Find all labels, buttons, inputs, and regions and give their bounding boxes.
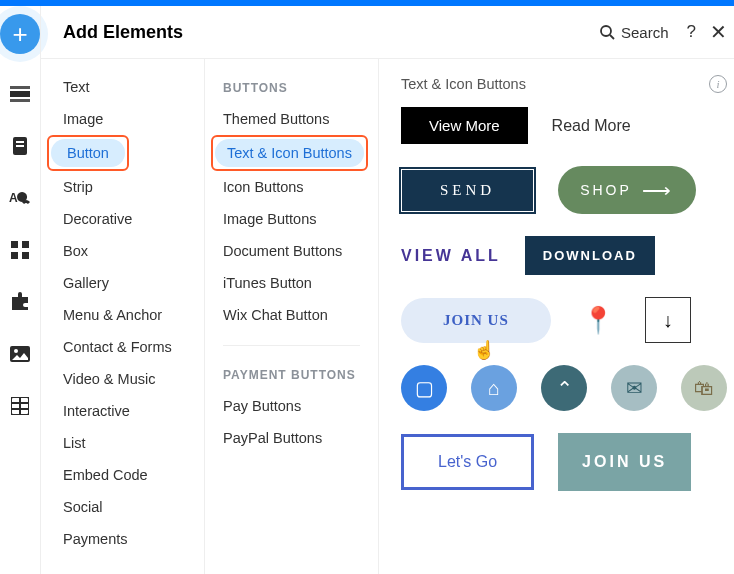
category-text[interactable]: Text bbox=[41, 71, 204, 103]
sample-up-circle[interactable]: ⌄ bbox=[541, 365, 587, 411]
category-button[interactable]: Button bbox=[51, 139, 125, 167]
sample-shop[interactable]: SHOP bbox=[558, 166, 696, 214]
shopping-bag-icon: 🛍 bbox=[694, 377, 714, 400]
category-list[interactable]: List bbox=[41, 427, 204, 459]
category-decorative[interactable]: Decorative bbox=[41, 203, 204, 235]
mail-icon: ✉ bbox=[626, 376, 643, 400]
sample-view-all[interactable]: VIEW ALL bbox=[401, 247, 501, 265]
add-element-button[interactable]: + bbox=[0, 14, 40, 54]
category-box[interactable]: Box bbox=[41, 235, 204, 267]
info-icon[interactable]: i bbox=[709, 75, 727, 93]
panel-title: Add Elements bbox=[63, 22, 599, 43]
sample-download-icon[interactable]: ↓ bbox=[645, 297, 691, 343]
search-button[interactable]: Search bbox=[599, 24, 669, 41]
map-pin-icon: 📍 bbox=[582, 305, 614, 336]
category-social[interactable]: Social bbox=[41, 491, 204, 523]
svg-rect-10 bbox=[22, 252, 29, 259]
sample-download[interactable]: DOWNLOAD bbox=[525, 236, 655, 275]
media-icon[interactable] bbox=[8, 342, 32, 366]
search-icon bbox=[599, 24, 615, 40]
download-icon: ↓ bbox=[663, 309, 673, 332]
apps-icon[interactable] bbox=[8, 238, 32, 262]
sample-bag-circle[interactable]: 🛍 bbox=[681, 365, 727, 411]
category-payments[interactable]: Payments bbox=[41, 523, 204, 555]
svg-rect-9 bbox=[11, 252, 18, 259]
help-button[interactable]: ? bbox=[687, 22, 696, 42]
svg-rect-2 bbox=[10, 99, 30, 102]
data-icon[interactable] bbox=[8, 394, 32, 418]
preview-pane: Text & Icon Buttons i View More Read Mor… bbox=[379, 59, 734, 574]
category-embed-code[interactable]: Embed Code bbox=[41, 459, 204, 491]
svg-rect-8 bbox=[22, 241, 29, 248]
chevron-up-icon: ⌄ bbox=[556, 376, 573, 400]
sample-pin-icon[interactable]: 📍 bbox=[575, 297, 621, 343]
addons-icon[interactable] bbox=[8, 290, 32, 314]
pages-icon[interactable] bbox=[8, 134, 32, 158]
close-button[interactable]: ✕ bbox=[710, 20, 727, 44]
file-icon: ▢ bbox=[415, 376, 434, 400]
sample-read-more[interactable]: Read More bbox=[552, 117, 631, 135]
preview-title: Text & Icon Buttons bbox=[401, 76, 526, 92]
category-menu-anchor[interactable]: Menu & Anchor bbox=[41, 299, 204, 331]
category-list: Text Image Button Strip Decorative Box G… bbox=[41, 59, 205, 574]
svg-rect-1 bbox=[10, 91, 30, 97]
svg-rect-0 bbox=[10, 86, 30, 89]
divider bbox=[223, 345, 360, 346]
category-video-music[interactable]: Video & Music bbox=[41, 363, 204, 395]
sample-join-us-2[interactable]: JOIN US bbox=[558, 433, 691, 491]
svg-rect-5 bbox=[16, 145, 24, 147]
sub-paypal-buttons[interactable]: PayPal Buttons bbox=[205, 422, 378, 454]
sample-file-circle[interactable]: ▢ bbox=[401, 365, 447, 411]
sample-mail-circle[interactable]: ✉ bbox=[611, 365, 657, 411]
category-strip[interactable]: Strip bbox=[41, 171, 204, 203]
sub-icon-buttons[interactable]: Icon Buttons bbox=[205, 171, 378, 203]
svg-text:A: A bbox=[9, 191, 18, 205]
sample-home-circle[interactable]: ⌂ bbox=[471, 365, 517, 411]
category-image[interactable]: Image bbox=[41, 103, 204, 135]
category-contact-forms[interactable]: Contact & Forms bbox=[41, 331, 204, 363]
section-icon[interactable] bbox=[8, 82, 32, 106]
sub-themed-buttons[interactable]: Themed Buttons bbox=[205, 103, 378, 135]
section-buttons-heading: BUTTONS bbox=[205, 73, 378, 103]
svg-point-17 bbox=[601, 26, 611, 36]
subcategory-list: BUTTONS Themed Buttons Text & Icon Butto… bbox=[205, 59, 379, 574]
svg-rect-4 bbox=[16, 141, 24, 143]
sample-join-us[interactable]: JOIN US bbox=[401, 298, 551, 343]
category-interactive[interactable]: Interactive bbox=[41, 395, 204, 427]
svg-point-12 bbox=[14, 349, 18, 353]
sub-image-buttons[interactable]: Image Buttons bbox=[205, 203, 378, 235]
sample-view-more[interactable]: View More bbox=[401, 107, 528, 144]
sub-text-icon-buttons[interactable]: Text & Icon Buttons bbox=[215, 139, 364, 167]
panel-header: Add Elements Search ? ✕ bbox=[41, 6, 734, 59]
category-gallery[interactable]: Gallery bbox=[41, 267, 204, 299]
sub-wix-chat-button[interactable]: Wix Chat Button bbox=[205, 299, 378, 331]
tool-rail: + A bbox=[0, 6, 40, 574]
sample-lets-go[interactable]: Let's Go bbox=[401, 434, 534, 490]
design-icon[interactable]: A bbox=[8, 186, 32, 210]
sub-itunes-button[interactable]: iTunes Button bbox=[205, 267, 378, 299]
svg-rect-7 bbox=[11, 241, 18, 248]
sub-pay-buttons[interactable]: Pay Buttons bbox=[205, 390, 378, 422]
section-payment-heading: PAYMENT BUTTONS bbox=[205, 360, 378, 390]
sub-document-buttons[interactable]: Document Buttons bbox=[205, 235, 378, 267]
home-icon: ⌂ bbox=[488, 377, 500, 400]
sample-send[interactable]: SEND bbox=[401, 169, 534, 212]
svg-line-18 bbox=[610, 35, 614, 39]
